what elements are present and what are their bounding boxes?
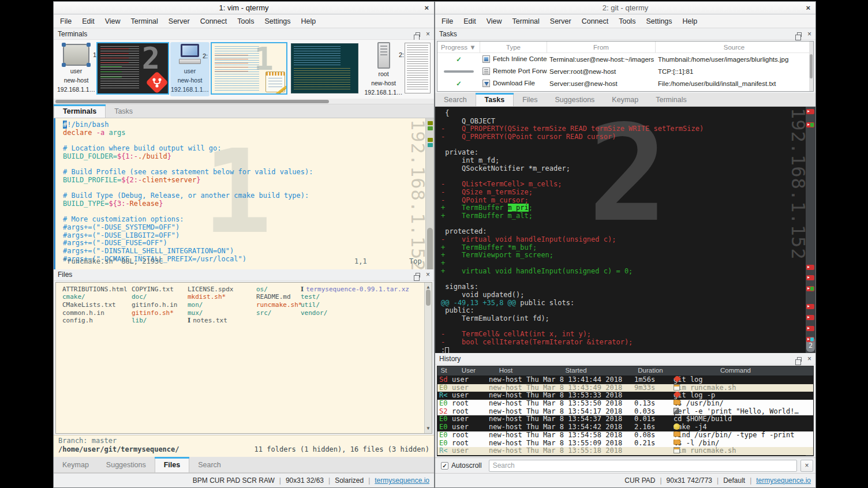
task-row[interactable]: ✓Download FileServer:user@new-hostFile:/…: [437, 77, 813, 89]
history-row[interactable]: R<usernew-hostThu Mar 8 13:53:33 2018git…: [437, 392, 813, 400]
file-item[interactable]: ATTRIBUTIONS.html: [62, 286, 128, 294]
column-header[interactable]: Host: [487, 367, 525, 374]
column-header[interactable]: From: [547, 42, 656, 52]
file-item[interactable]: gitinfo.sh*: [132, 309, 177, 317]
vim-terminal[interactable]: 1 192.168.1.152 #!/bin/bashdeclare -a ar…: [54, 118, 434, 269]
file-item[interactable]: COPYING.txt: [132, 286, 177, 294]
file-item[interactable]: README.md: [256, 293, 302, 301]
git-terminal[interactable]: 2 192.168.1.152 { Q_OBJECT- Q_PROPERTY(Q…: [435, 107, 815, 353]
menu-connect[interactable]: Connect: [577, 17, 614, 25]
scrollbar-thumb[interactable]: [55, 100, 329, 103]
history-row[interactable]: E0rootnew-hostThu Mar 8 13:53:50 20180.1…: [437, 400, 813, 408]
statusbar-link[interactable]: termysequence.io: [375, 476, 429, 485]
menu-terminal[interactable]: Terminal: [507, 17, 545, 25]
scroll-down-icon[interactable]: ▼: [425, 425, 432, 433]
menu-settings[interactable]: Settings: [641, 17, 677, 25]
float-panel-icon[interactable]: [797, 357, 802, 362]
history-row[interactable]: E0usernew-hostThu Mar 8 13:54:42 20182.1…: [437, 423, 813, 431]
terminal-thumbnail[interactable]: [291, 43, 358, 93]
tab-search[interactable]: Search: [435, 93, 476, 106]
float-panel-icon[interactable]: [797, 32, 802, 37]
column-header[interactable]: Type: [480, 42, 547, 52]
menu-file[interactable]: File: [436, 17, 458, 25]
column-header[interactable]: Duration: [627, 367, 674, 374]
file-item[interactable]: cmake/: [62, 293, 128, 301]
file-item[interactable]: common.h.in: [62, 309, 128, 317]
history-row[interactable]: R<usernew-hostThu Mar 8 13:55:18 2018vim…: [437, 447, 813, 455]
menu-help[interactable]: Help: [296, 17, 321, 25]
terminal-thumbnail[interactable]: 1:usernew-host192.168.1.1…: [57, 42, 95, 93]
file-item[interactable]: config.h: [62, 317, 128, 325]
history-row[interactable]: E0usernew-hostThu Mar 8 13:54:37 20180.0…: [437, 415, 813, 423]
titlebar-git-window[interactable]: 2: git - qtermy ×: [435, 2, 815, 14]
menu-edit[interactable]: Edit: [458, 17, 481, 25]
column-header[interactable]: Command: [674, 367, 798, 374]
menu-server[interactable]: Server: [545, 17, 577, 25]
menu-terminal[interactable]: Terminal: [126, 17, 163, 25]
file-item[interactable]: src/: [256, 309, 302, 317]
file-item[interactable]: Inotes.txt: [188, 317, 233, 325]
column-header[interactable]: Source: [656, 42, 813, 52]
scrollbar-thumb[interactable]: [427, 228, 433, 269]
tab-keymap[interactable]: Keymap: [54, 457, 98, 472]
vim-scrollbar[interactable]: 1: [425, 118, 434, 269]
tab-tasks[interactable]: Tasks: [106, 104, 141, 118]
file-item[interactable]: test/: [301, 293, 409, 301]
scrollbar-thumb[interactable]: [426, 290, 431, 306]
file-item[interactable]: vendor/: [301, 309, 409, 317]
file-item[interactable]: lib/: [132, 317, 177, 325]
tasks-scrollbar[interactable]: [809, 42, 813, 91]
menu-view[interactable]: View: [100, 17, 126, 25]
close-icon[interactable]: ×: [806, 3, 810, 12]
column-header[interactable]: User: [450, 367, 487, 374]
tab-files[interactable]: Files: [514, 93, 546, 106]
close-icon[interactable]: ×: [424, 3, 429, 12]
menu-connect[interactable]: Connect: [195, 17, 233, 25]
history-row[interactable]: E0rootnew-hostThu Mar 8 13:54:58 20180.0…: [437, 431, 813, 440]
terminal-thumbnail[interactable]: 2:rootnew-host192.168.1.1…: [362, 42, 405, 96]
file-item[interactable]: mon/: [188, 301, 233, 309]
git-terminal-scrollbar[interactable]: 2: [806, 107, 815, 353]
autoscroll-toggle[interactable]: ✓ Autoscroll: [437, 460, 485, 472]
checkbox-checked-icon[interactable]: ✓: [441, 462, 448, 470]
menu-edit[interactable]: Edit: [77, 17, 100, 25]
file-item[interactable]: mux/: [188, 309, 233, 317]
file-item[interactable]: runcmake.sh*: [256, 301, 302, 309]
titlebar-vim-window[interactable]: 1: vim - qtermy ×: [54, 2, 434, 14]
terminal-thumbnail[interactable]: [405, 43, 431, 93]
file-item[interactable]: gitinfo.h.in: [132, 301, 177, 309]
file-item[interactable]: util/: [301, 301, 409, 309]
history-row[interactable]: E0rootnew-hostThu Mar 8 13:55:09 20180.2…: [437, 440, 813, 448]
statusbar-link[interactable]: termysequence.io: [756, 476, 811, 485]
column-header[interactable]: St: [437, 367, 450, 374]
tab-keymap[interactable]: Keymap: [603, 93, 647, 106]
tab-files[interactable]: Files: [155, 457, 190, 472]
terminal-thumbnail[interactable]: 2:usernew-host192.168.1.1…: [170, 42, 209, 96]
menu-view[interactable]: View: [481, 17, 507, 25]
history-row[interactable]: Sdusernew-hostThu Mar 8 13:41:44 20181m5…: [437, 376, 813, 384]
history-row[interactable]: S2rootnew-hostThu Mar 8 13:54:17 20180.0…: [437, 408, 813, 416]
terminal-thumbnail[interactable]: 2: [96, 42, 169, 95]
tab-suggestions[interactable]: Suggestions: [547, 93, 604, 106]
menu-settings[interactable]: Settings: [259, 17, 295, 25]
file-item[interactable]: os/: [256, 286, 302, 294]
menu-tools[interactable]: Tools: [613, 17, 641, 25]
column-header[interactable]: Progress ▼: [437, 42, 480, 52]
files-scrollbar[interactable]: ▲ ▼: [424, 283, 432, 434]
file-item[interactable]: mkdist.sh*: [188, 293, 233, 301]
tab-terminals[interactable]: Terminals: [647, 93, 695, 106]
scrollbar-thumb[interactable]: [810, 54, 813, 78]
close-panel-icon[interactable]: ×: [807, 355, 811, 362]
menu-server[interactable]: Server: [163, 17, 195, 25]
task-row[interactable]: Remote Port ForwardingServer:root@new-ho…: [437, 65, 813, 77]
file-item[interactable]: LICENSE.spdx: [188, 286, 233, 294]
menu-tools[interactable]: Tools: [232, 17, 259, 25]
file-item[interactable]: CMakeLists.txt: [62, 301, 128, 309]
menu-file[interactable]: File: [55, 17, 77, 25]
file-item[interactable]: Itermysequence-0.99.1.tar.xz: [301, 286, 409, 294]
close-panel-icon[interactable]: ×: [426, 31, 430, 37]
thumbnails-scrollbar[interactable]: [54, 99, 434, 104]
history-row[interactable]: E0usernew-hostThu Mar 8 13:43:49 20189m3…: [437, 384, 813, 392]
float-panel-icon[interactable]: [416, 273, 420, 277]
file-item[interactable]: doc/: [132, 293, 177, 301]
